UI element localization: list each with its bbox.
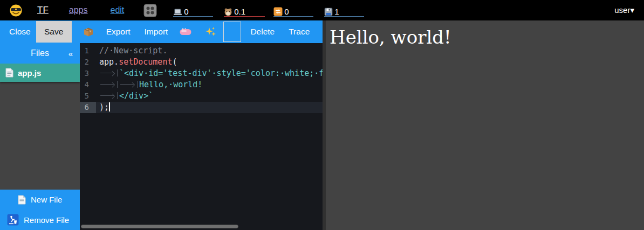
code-line[interactable]: 4Hello,·world!: [80, 79, 323, 90]
save-button[interactable]: Save: [36, 21, 72, 43]
app-window: TF apps edit 0: [0, 0, 644, 230]
document-icon: [5, 68, 13, 78]
soap-icon[interactable]: [177, 21, 194, 43]
delete-button[interactable]: Delete: [250, 27, 275, 37]
code-line-content[interactable]: `<div·id='test-div'·style='color:·white;…: [96, 68, 323, 79]
trace-button[interactable]: Trace: [289, 27, 310, 37]
edit-link[interactable]: edit: [110, 5, 124, 15]
sunglasses-face-icon[interactable]: [10, 4, 22, 17]
caret-down-icon: ▾: [630, 5, 634, 15]
close-button[interactable]: Close: [9, 27, 31, 37]
file-item-appjs[interactable]: app.js: [0, 64, 80, 82]
horizontal-scrollbar-thumb[interactable]: [81, 225, 238, 228]
save-counter-value: 1: [334, 7, 339, 16]
tab-invisible-icon: [99, 69, 118, 76]
files-header-title: Files: [31, 48, 49, 58]
code-line-content[interactable]: </div>`: [96, 90, 323, 102]
remove-file-button[interactable]: Remove File: [0, 210, 80, 230]
repeat-icon: [273, 7, 283, 16]
gutter-line-number[interactable]: 6: [80, 102, 96, 113]
sparkles-icon[interactable]: [203, 21, 219, 43]
new-file-icon: [18, 195, 26, 205]
preview-panel: Hello, world!: [326, 20, 644, 230]
code-rows: 1//·New·script.2app.setDocument(3`<div·i…: [80, 43, 323, 113]
empty-toolbar-button[interactable]: [223, 22, 241, 42]
user-menu[interactable]: user▾: [614, 5, 634, 15]
code-line[interactable]: 6);: [80, 102, 323, 113]
file-name: app.js: [18, 68, 41, 78]
brand-link[interactable]: TF: [37, 5, 49, 16]
code-line-content[interactable]: Hello,·world!: [96, 79, 323, 90]
hamster-counter-field[interactable]: 0.1: [224, 4, 265, 17]
editor-toolbar: Close Save Export Import: [0, 20, 323, 43]
remove-file-label: Remove File: [24, 215, 69, 225]
gutter-line-number[interactable]: 2: [80, 57, 96, 68]
app-grid-icon[interactable]: [143, 4, 157, 17]
floppy-icon: [324, 8, 333, 16]
tab-invisible-icon: [119, 81, 138, 88]
laptop-icon: [173, 8, 182, 16]
cpu-counter-value: 0: [184, 7, 188, 16]
code-editor[interactable]: 1//·New·script.2app.setDocument(3`<div·i…: [80, 43, 323, 230]
new-file-label: New File: [31, 195, 62, 204]
gutter-line-number[interactable]: 1: [80, 45, 96, 57]
gutter-line-number[interactable]: 5: [80, 90, 96, 102]
code-line-content[interactable]: app.setDocument(: [96, 57, 323, 68]
collapse-sidebar-button[interactable]: «: [68, 49, 73, 58]
tab-invisible-icon: [99, 92, 118, 99]
save-counter-field[interactable]: 1: [324, 4, 364, 17]
litter-bin-icon: [7, 214, 19, 226]
package-icon[interactable]: [80, 21, 97, 43]
sidebar-actions: New File Remove File: [0, 190, 80, 230]
repeat-counter-value: 0: [284, 7, 289, 16]
user-menu-label: user: [614, 5, 630, 15]
files-sidebar: Files « app.js: [0, 43, 80, 230]
export-button[interactable]: Export: [106, 27, 131, 37]
top-bar: TF apps edit 0: [0, 0, 644, 20]
import-button[interactable]: Import: [144, 27, 168, 37]
hamster-icon: [224, 8, 232, 16]
tab-invisible-icon: [99, 81, 118, 88]
code-line-content[interactable]: //·New·script.: [96, 45, 323, 57]
code-line[interactable]: 3`<div·id='test-div'·style='color:·white…: [80, 68, 323, 79]
preview-heading: Hello, world!: [330, 26, 644, 48]
code-line[interactable]: 5</div>`: [80, 90, 323, 102]
gutter-line-number[interactable]: 4: [80, 79, 96, 90]
text-cursor: [109, 102, 110, 111]
repeat-counter-field[interactable]: 0: [273, 4, 313, 17]
gutter-line-number[interactable]: 3: [80, 68, 96, 79]
files-header: Files «: [0, 43, 80, 64]
apps-link[interactable]: apps: [69, 5, 88, 15]
cpu-counter-field[interactable]: 0: [173, 4, 213, 17]
code-line[interactable]: 1//·New·script.: [80, 45, 323, 57]
code-line-content[interactable]: );: [96, 102, 323, 113]
code-line[interactable]: 2app.setDocument(: [80, 57, 323, 68]
hamster-counter-value: 0.1: [234, 7, 245, 16]
new-file-button[interactable]: New File: [0, 190, 80, 210]
